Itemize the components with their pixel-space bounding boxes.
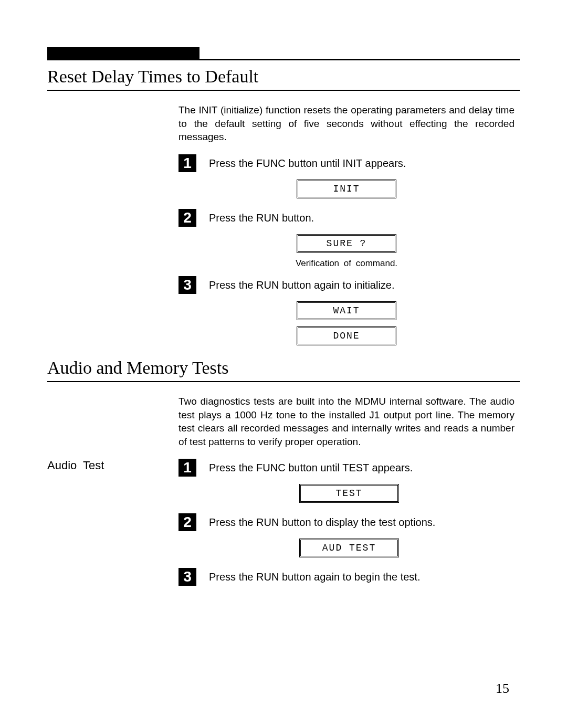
section1-step2: 2 Press the RUN button. [178, 209, 514, 227]
step-text: Press the RUN button. [209, 209, 314, 227]
step-number-icon: 2 [178, 209, 196, 227]
step-text: Press the RUN button again to begin the … [209, 568, 420, 586]
lcd-display: DONE [297, 326, 396, 345]
step-number-icon: 1 [178, 459, 196, 477]
section1-step3: 3 Press the RUN button again to initiali… [178, 276, 514, 294]
page-number: 15 [496, 681, 509, 697]
lcd-display: AUD TEST [299, 539, 399, 557]
step-text: Press the FUNC button until INIT appears… [209, 154, 406, 172]
step-number-icon: 1 [178, 154, 196, 172]
audio-test-subhead: Audio Test [47, 459, 178, 472]
lcd-display: TEST [299, 484, 399, 503]
step-number-icon: 2 [178, 513, 196, 531]
header-black-bar [47, 47, 200, 59]
section2-step1: 1 Press the FUNC button until TEST appea… [178, 459, 520, 477]
step-text: Press the RUN button to display the test… [209, 513, 435, 531]
header-rule [47, 47, 520, 60]
step-text: Press the FUNC button until TEST appears… [209, 459, 413, 477]
section1-intro: The INIT (initialize) function resets th… [178, 103, 514, 144]
step-number-icon: 3 [178, 568, 196, 586]
step-text: Press the RUN button again to initialize… [209, 276, 395, 294]
lcd-caption: Verification of command. [296, 258, 397, 269]
section2-title: Audio and Memory Tests [47, 358, 520, 382]
lcd-display: SURE ? [297, 234, 396, 253]
lcd-display: INIT [297, 180, 396, 198]
lcd-display: WAIT [297, 301, 396, 320]
section1-title: Reset Delay Times to Default [47, 67, 520, 91]
section2-step2: 2 Press the RUN button to display the te… [178, 513, 520, 531]
section2-step3: 3 Press the RUN button again to begin th… [178, 568, 520, 586]
section2-intro: Two diagnostics tests are built into the… [178, 395, 514, 449]
section1-step1: 1 Press the FUNC button until INIT appea… [178, 154, 514, 172]
step-number-icon: 3 [178, 276, 196, 294]
